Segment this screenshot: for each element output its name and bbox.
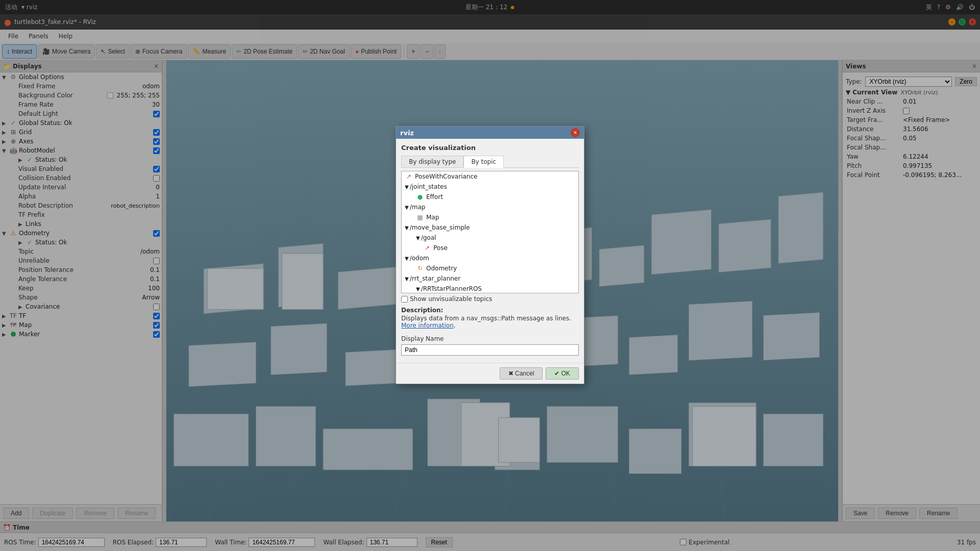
odometry-item-icon: ↻ (416, 264, 424, 272)
list-item-pose[interactable]: ↗ Pose (402, 243, 578, 253)
modal-title: rviz (400, 129, 414, 137)
pose-icon: ↗ (405, 172, 413, 181)
expand-arrow[interactable]: ▼ (416, 235, 420, 241)
display-name-label: Display Name (401, 335, 579, 342)
list-item-rrt-star[interactable]: ▼ /rrt_star_planner (402, 273, 578, 284)
list-item-map[interactable]: ▦ Map (402, 212, 578, 222)
map-item-icon: ▦ (416, 213, 424, 221)
modal-content: Create visualization By display type By … (396, 139, 584, 363)
expand-arrow[interactable]: ▼ (405, 205, 409, 210)
cancel-btn[interactable]: ✖ Cancel (500, 367, 543, 380)
modal-buttons: ✖ Cancel ✔ OK (396, 363, 584, 384)
list-item-rrt-planner[interactable]: ▼ /RRTstarPlannerROS (402, 284, 578, 293)
more-info-link[interactable]: More information (401, 322, 454, 329)
list-item-move-base[interactable]: ▼ /move_base_simple (402, 222, 578, 233)
modal-tabs: By display type By topic (401, 156, 579, 168)
list-item-odom[interactable]: ▼ /odom (402, 253, 578, 263)
modal-title-bar: rviz × (396, 127, 584, 139)
ok-btn[interactable]: ✔ OK (546, 367, 579, 380)
list-item-odometry[interactable]: ↻ Odometry (402, 263, 578, 273)
show-unvisualizable-row: Show unvisualizable topics (401, 293, 579, 305)
list-item-map-topic[interactable]: ▼ /map (402, 202, 578, 212)
description-title: Description: (401, 307, 579, 314)
expand-arrow[interactable]: ▼ (405, 256, 409, 261)
modal-close-btn[interactable]: × (571, 128, 580, 137)
display-name-section: Display Name (401, 331, 579, 358)
modal-overlay[interactable]: rviz × Create visualization By display t… (0, 0, 980, 551)
description-text: Displays data from a nav_msgs::Path mess… (401, 315, 579, 329)
expand-arrow[interactable]: ▼ (416, 286, 420, 292)
list-item-joint-states[interactable]: ▼ /joint_states (402, 182, 578, 192)
modal-section-title: Create visualization (401, 144, 579, 152)
expand-arrow[interactable]: ▼ (405, 184, 409, 190)
display-name-input[interactable] (401, 344, 579, 356)
modal-topic-list[interactable]: ↗ PoseWithCovariance ▼ /joint_states ● E… (401, 171, 579, 293)
modal-tab-by-display-type[interactable]: By display type (401, 156, 463, 167)
modal-tab-by-topic[interactable]: By topic (463, 156, 504, 168)
effort-icon: ● (416, 193, 424, 201)
list-item-goal[interactable]: ▼ /goal (402, 233, 578, 243)
create-visualization-modal: rviz × Create visualization By display t… (396, 126, 584, 384)
list-item-effort[interactable]: ● Effort (402, 192, 578, 202)
list-item-pose-with-cov[interactable]: ↗ PoseWithCovariance (402, 171, 578, 182)
pose-item-icon: ↗ (423, 244, 431, 252)
modal-description: Description: Displays data from a nav_ms… (401, 305, 579, 331)
expand-arrow[interactable]: ▼ (405, 225, 409, 231)
show-unvisualizable-checkbox[interactable] (401, 296, 408, 303)
expand-arrow[interactable]: ▼ (405, 276, 409, 282)
